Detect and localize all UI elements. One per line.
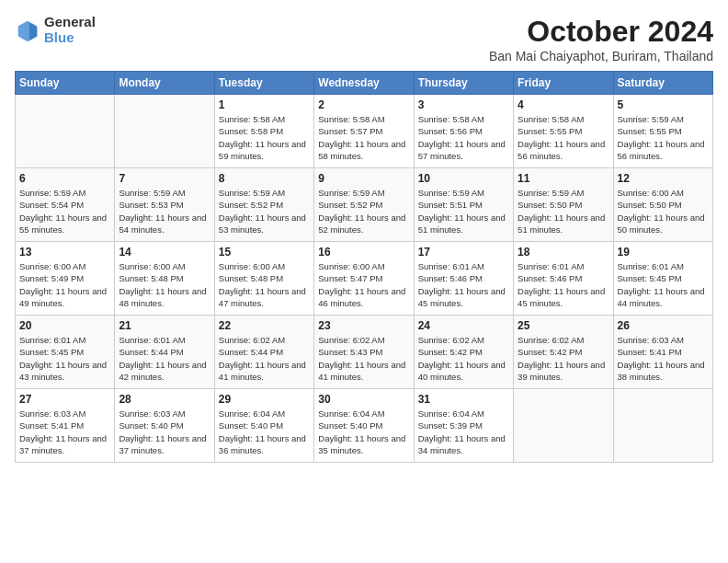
logo-icon	[15, 17, 40, 43]
logo-text: General Blue	[44, 15, 96, 45]
calendar-cell: 26Sunrise: 6:03 AMSunset: 5:41 PMDayligh…	[613, 316, 712, 389]
calendar-cell: 30Sunrise: 6:04 AMSunset: 5:40 PMDayligh…	[314, 389, 414, 463]
weekday-header-sunday: Sunday	[16, 72, 115, 95]
day-number: 5	[618, 98, 709, 111]
calendar-week-row: 20Sunrise: 6:01 AMSunset: 5:45 PMDayligh…	[16, 316, 713, 389]
day-info: Sunrise: 6:02 AMSunset: 5:42 PMDaylight:…	[518, 334, 609, 383]
calendar-cell: 12Sunrise: 6:00 AMSunset: 5:50 PMDayligh…	[613, 168, 712, 242]
calendar-week-row: 6Sunrise: 5:59 AMSunset: 5:54 PMDaylight…	[16, 168, 713, 242]
calendar-cell: 11Sunrise: 5:59 AMSunset: 5:50 PMDayligh…	[514, 168, 613, 242]
day-number: 20	[19, 319, 110, 332]
day-info: Sunrise: 6:00 AMSunset: 5:48 PMDaylight:…	[219, 260, 310, 309]
weekday-header-saturday: Saturday	[613, 72, 712, 95]
calendar-cell: 3Sunrise: 5:58 AMSunset: 5:56 PMDaylight…	[414, 95, 513, 168]
day-number: 8	[219, 172, 310, 185]
month-year-title: October 2024	[489, 15, 713, 49]
day-info: Sunrise: 6:00 AMSunset: 5:47 PMDaylight:…	[318, 260, 409, 309]
logo: General Blue	[15, 15, 96, 45]
weekday-header-thursday: Thursday	[414, 72, 513, 95]
calendar-cell	[115, 95, 214, 168]
day-info: Sunrise: 6:01 AMSunset: 5:45 PMDaylight:…	[618, 260, 709, 309]
weekday-header-row: SundayMondayTuesdayWednesdayThursdayFrid…	[16, 72, 713, 95]
day-info: Sunrise: 6:02 AMSunset: 5:42 PMDaylight:…	[418, 334, 509, 383]
day-info: Sunrise: 5:58 AMSunset: 5:57 PMDaylight:…	[318, 113, 409, 162]
calendar-cell: 7Sunrise: 5:59 AMSunset: 5:53 PMDaylight…	[115, 168, 214, 242]
day-number: 24	[418, 319, 509, 332]
day-info: Sunrise: 6:04 AMSunset: 5:40 PMDaylight:…	[318, 408, 409, 456]
calendar-cell: 6Sunrise: 5:59 AMSunset: 5:54 PMDaylight…	[16, 168, 115, 242]
day-info: Sunrise: 5:59 AMSunset: 5:51 PMDaylight:…	[418, 187, 509, 236]
day-number: 9	[318, 172, 409, 185]
calendar-cell: 20Sunrise: 6:01 AMSunset: 5:45 PMDayligh…	[16, 316, 115, 389]
svg-marker-1	[29, 22, 37, 40]
day-number: 10	[418, 172, 509, 185]
calendar-cell: 14Sunrise: 6:00 AMSunset: 5:48 PMDayligh…	[115, 242, 214, 316]
day-number: 26	[618, 319, 709, 332]
day-number: 3	[418, 98, 509, 111]
day-info: Sunrise: 5:59 AMSunset: 5:50 PMDaylight:…	[518, 187, 609, 236]
calendar-cell: 28Sunrise: 6:03 AMSunset: 5:40 PMDayligh…	[115, 389, 214, 463]
day-info: Sunrise: 6:03 AMSunset: 5:40 PMDaylight:…	[119, 408, 210, 456]
calendar-cell: 8Sunrise: 5:59 AMSunset: 5:52 PMDaylight…	[214, 168, 313, 242]
calendar-table: SundayMondayTuesdayWednesdayThursdayFrid…	[15, 71, 713, 463]
day-number: 18	[518, 246, 609, 259]
day-info: Sunrise: 6:03 AMSunset: 5:41 PMDaylight:…	[618, 334, 709, 383]
day-info: Sunrise: 5:59 AMSunset: 5:53 PMDaylight:…	[119, 187, 210, 236]
day-number: 7	[119, 172, 210, 185]
calendar-week-row: 13Sunrise: 6:00 AMSunset: 5:49 PMDayligh…	[16, 242, 713, 316]
day-info: Sunrise: 5:58 AMSunset: 5:56 PMDaylight:…	[418, 113, 509, 162]
day-info: Sunrise: 5:58 AMSunset: 5:55 PMDaylight:…	[518, 113, 609, 162]
day-number: 22	[219, 319, 310, 332]
day-number: 27	[19, 393, 110, 406]
day-info: Sunrise: 5:58 AMSunset: 5:58 PMDaylight:…	[219, 113, 310, 162]
calendar-cell: 18Sunrise: 6:01 AMSunset: 5:46 PMDayligh…	[514, 242, 613, 316]
calendar-cell: 15Sunrise: 6:00 AMSunset: 5:48 PMDayligh…	[214, 242, 313, 316]
day-number: 31	[418, 393, 509, 406]
weekday-header-wednesday: Wednesday	[314, 72, 414, 95]
logo-general-label: General	[44, 15, 96, 30]
day-number: 25	[518, 319, 609, 332]
calendar-cell: 24Sunrise: 6:02 AMSunset: 5:42 PMDayligh…	[414, 316, 513, 389]
calendar-cell: 5Sunrise: 5:59 AMSunset: 5:55 PMDaylight…	[613, 95, 712, 168]
location-subtitle: Ban Mai Chaiyaphot, Buriram, Thailand	[489, 49, 713, 63]
day-number: 1	[219, 98, 310, 111]
day-info: Sunrise: 5:59 AMSunset: 5:52 PMDaylight:…	[318, 187, 409, 236]
calendar-cell: 1Sunrise: 5:58 AMSunset: 5:58 PMDaylight…	[214, 95, 313, 168]
day-info: Sunrise: 6:04 AMSunset: 5:40 PMDaylight:…	[219, 408, 310, 456]
calendar-cell: 22Sunrise: 6:02 AMSunset: 5:44 PMDayligh…	[214, 316, 313, 389]
calendar-week-row: 27Sunrise: 6:03 AMSunset: 5:41 PMDayligh…	[16, 389, 713, 463]
title-block: October 2024 Ban Mai Chaiyaphot, Buriram…	[489, 15, 713, 63]
calendar-week-row: 1Sunrise: 5:58 AMSunset: 5:58 PMDaylight…	[16, 95, 713, 168]
calendar-cell	[16, 95, 115, 168]
day-info: Sunrise: 6:01 AMSunset: 5:46 PMDaylight:…	[518, 260, 609, 309]
day-info: Sunrise: 6:04 AMSunset: 5:39 PMDaylight:…	[418, 408, 509, 456]
calendar-cell: 25Sunrise: 6:02 AMSunset: 5:42 PMDayligh…	[514, 316, 613, 389]
day-number: 29	[219, 393, 310, 406]
day-info: Sunrise: 6:01 AMSunset: 5:46 PMDaylight:…	[418, 260, 509, 309]
day-number: 16	[318, 246, 409, 259]
day-number: 23	[318, 319, 409, 332]
day-info: Sunrise: 6:02 AMSunset: 5:44 PMDaylight:…	[219, 334, 310, 383]
day-number: 15	[219, 246, 310, 259]
calendar-cell: 13Sunrise: 6:00 AMSunset: 5:49 PMDayligh…	[16, 242, 115, 316]
day-info: Sunrise: 6:00 AMSunset: 5:49 PMDaylight:…	[19, 260, 110, 309]
logo-blue-label: Blue	[44, 30, 96, 46]
day-number: 13	[19, 246, 110, 259]
day-number: 28	[119, 393, 210, 406]
day-number: 21	[119, 319, 210, 332]
calendar-cell: 19Sunrise: 6:01 AMSunset: 5:45 PMDayligh…	[613, 242, 712, 316]
day-info: Sunrise: 6:03 AMSunset: 5:41 PMDaylight:…	[19, 408, 110, 456]
day-info: Sunrise: 5:59 AMSunset: 5:52 PMDaylight:…	[219, 187, 310, 236]
calendar-cell: 4Sunrise: 5:58 AMSunset: 5:55 PMDaylight…	[514, 95, 613, 168]
calendar-cell: 31Sunrise: 6:04 AMSunset: 5:39 PMDayligh…	[414, 389, 513, 463]
calendar-cell: 2Sunrise: 5:58 AMSunset: 5:57 PMDaylight…	[314, 95, 414, 168]
day-number: 19	[618, 246, 709, 259]
calendar-cell: 16Sunrise: 6:00 AMSunset: 5:47 PMDayligh…	[314, 242, 414, 316]
day-number: 12	[618, 172, 709, 185]
day-info: Sunrise: 6:01 AMSunset: 5:44 PMDaylight:…	[119, 334, 210, 383]
calendar-cell: 29Sunrise: 6:04 AMSunset: 5:40 PMDayligh…	[214, 389, 313, 463]
day-info: Sunrise: 6:00 AMSunset: 5:50 PMDaylight:…	[618, 187, 709, 236]
calendar-cell: 23Sunrise: 6:02 AMSunset: 5:43 PMDayligh…	[314, 316, 414, 389]
day-number: 14	[119, 246, 210, 259]
weekday-header-monday: Monday	[115, 72, 214, 95]
